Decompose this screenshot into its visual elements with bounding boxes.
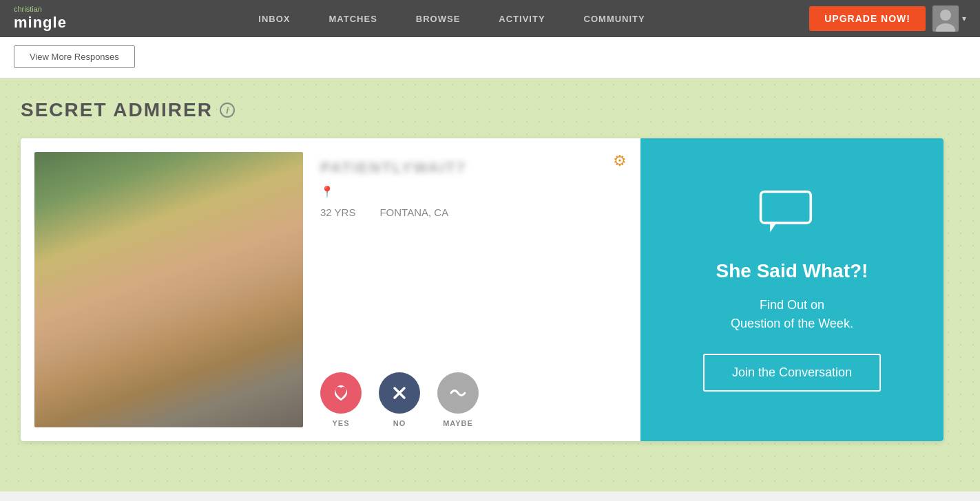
main-nav: INBOX MATCHES BROWSE ACTIVITY COMMUNITY [94,0,809,37]
no-group: NO [379,372,420,427]
header-right: UPGRADE NOW! ▾ [809,6,966,32]
svg-marker-6 [770,223,776,233]
nav-inbox[interactable]: INBOX [239,0,309,37]
logo-christian: christian [14,5,67,14]
section-title-area: SECRET ADMIRER i [21,99,959,121]
pin-icon: 📍 [320,185,334,198]
chat-bubble-icon [758,188,826,239]
card-container: ⚙ PATIENTLYWAIT7 📍 32 YRS FONTANA, CA [21,138,943,441]
yes-label: YES [332,419,349,427]
location-text: FONTANA, CA [379,206,448,218]
view-more-bar: View More Responses [0,37,980,78]
avatar [932,6,959,32]
main-content: SECRET ADMIRER i ⚙ PATIENTLYWAIT7 📍 32 Y… [0,78,980,491]
yes-group: YES [320,372,362,427]
info-icon[interactable]: i [220,103,235,118]
action-buttons: YES NO [320,359,627,427]
join-conversation-button[interactable]: Join the Conversation [703,354,881,392]
nav-matches[interactable]: MATCHES [310,0,397,37]
nav-community[interactable]: COMMUNITY [565,0,665,37]
nav-browse[interactable]: BROWSE [397,0,480,37]
view-more-responses-button[interactable]: View More Responses [14,45,135,68]
she-said-title: She Said What?! [716,259,868,283]
svg-rect-5 [761,191,811,222]
profile-card: ⚙ PATIENTLYWAIT7 📍 32 YRS FONTANA, CA [21,138,640,441]
logo[interactable]: christian mingle [14,5,67,32]
find-out-text: Find Out on Question of the Week. [731,296,853,333]
yes-button[interactable] [320,372,362,414]
section-title-text: SECRET ADMIRER [21,99,213,121]
profile-photo[interactable] [34,152,303,427]
dropdown-arrow-icon: ▾ [962,14,966,23]
no-label: NO [393,419,406,427]
community-panel: She Said What?! Find Out on Question of … [640,138,943,441]
nav-activity[interactable]: ACTIVITY [479,0,564,37]
username: PATIENTLYWAIT7 [320,159,627,177]
location-row: 📍 [320,185,627,198]
age-text: 32 YRS [320,206,355,218]
svg-point-1 [940,10,951,21]
maybe-group: MAYBE [437,372,479,427]
user-avatar-dropdown[interactable]: ▾ [932,6,966,32]
logo-mingle: mingle [14,14,67,32]
maybe-label: MAYBE [443,419,473,427]
maybe-button[interactable] [437,372,479,414]
upgrade-button[interactable]: UPGRADE NOW! [809,6,926,31]
header: christian mingle INBOX MATCHES BROWSE AC… [0,0,980,37]
no-button[interactable] [379,372,420,414]
profile-info: ⚙ PATIENTLYWAIT7 📍 32 YRS FONTANA, CA [320,152,627,427]
